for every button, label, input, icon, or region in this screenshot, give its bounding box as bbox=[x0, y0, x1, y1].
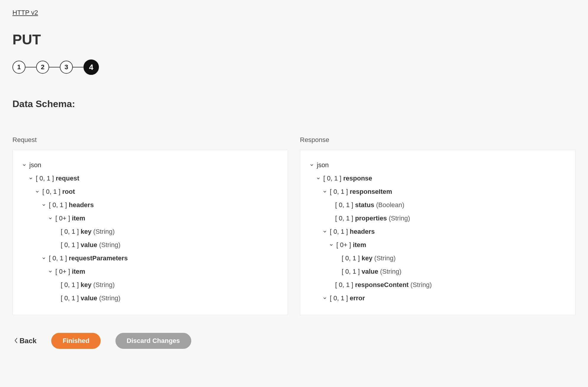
response-label: Response bbox=[300, 136, 576, 144]
tree-row[interactable]: json bbox=[309, 158, 566, 172]
tree-label: [ 0, 1 ] key (String) bbox=[61, 280, 115, 290]
chevron-down-icon[interactable] bbox=[322, 230, 327, 234]
response-schema-card: json[ 0, 1 ] response[ 0, 1 ] responseIt… bbox=[300, 150, 576, 315]
tree-label: [ 0+ ] item bbox=[55, 267, 85, 276]
tree-label: [ 0, 1 ] key (String) bbox=[61, 227, 115, 236]
step-connector bbox=[73, 67, 83, 67]
tree-row[interactable]: [ 0, 1 ] root bbox=[22, 185, 279, 198]
tree-row: [ 0, 1 ] status (Boolean) bbox=[309, 198, 566, 212]
step-1[interactable]: 1 bbox=[12, 61, 25, 74]
step-connector bbox=[49, 67, 60, 67]
tree-row: [ 0, 1 ] key (String) bbox=[22, 278, 279, 291]
tree-row[interactable]: [ 0+ ] item bbox=[22, 265, 279, 278]
tree-row[interactable]: [ 0, 1 ] headers bbox=[22, 198, 279, 212]
page-title: PUT bbox=[12, 31, 576, 48]
tree-label: [ 0, 1 ] value (String) bbox=[61, 240, 121, 250]
tree-row: [ 0, 1 ] properties (String) bbox=[309, 212, 566, 225]
section-title: Data Schema: bbox=[12, 99, 576, 109]
tree-label: [ 0, 1 ] headers bbox=[49, 200, 94, 210]
breadcrumb: HTTP v2 bbox=[12, 9, 576, 17]
step-4[interactable]: 4 bbox=[83, 59, 99, 75]
step-connector bbox=[25, 67, 36, 67]
step-2[interactable]: 2 bbox=[36, 61, 49, 74]
request-label: Request bbox=[12, 136, 288, 144]
chevron-down-icon[interactable] bbox=[48, 216, 53, 220]
tree-row: [ 0, 1 ] responseContent (String) bbox=[309, 278, 566, 291]
tree-row[interactable]: json bbox=[22, 158, 279, 172]
tree-row[interactable]: [ 0, 1 ] headers bbox=[309, 225, 566, 238]
back-button[interactable]: Back bbox=[14, 337, 36, 345]
tree-row[interactable]: [ 0+ ] item bbox=[22, 212, 279, 225]
tree-label: [ 0, 1 ] key (String) bbox=[342, 253, 396, 263]
tree-label: [ 0+ ] item bbox=[336, 240, 366, 250]
tree-label: [ 0, 1 ] requestParameters bbox=[49, 253, 128, 263]
tree-label: [ 0, 1 ] headers bbox=[330, 227, 375, 236]
tree-label: [ 0, 1 ] response bbox=[323, 173, 372, 183]
chevron-down-icon[interactable] bbox=[35, 190, 40, 194]
stepper: 1234 bbox=[12, 59, 576, 75]
chevron-down-icon[interactable] bbox=[22, 163, 27, 167]
tree-row[interactable]: [ 0, 1 ] request bbox=[22, 172, 279, 185]
tree-label: json bbox=[29, 160, 41, 170]
step-3[interactable]: 3 bbox=[60, 61, 73, 74]
tree-row: [ 0, 1 ] key (String) bbox=[309, 251, 566, 265]
tree-label: [ 0, 1 ] value (String) bbox=[342, 267, 401, 276]
chevron-down-icon[interactable] bbox=[322, 296, 327, 300]
chevron-down-icon[interactable] bbox=[329, 243, 334, 247]
tree-label: [ 0, 1 ] root bbox=[42, 187, 75, 196]
chevron-down-icon[interactable] bbox=[48, 270, 53, 274]
back-label: Back bbox=[20, 337, 36, 345]
tree-row[interactable]: [ 0, 1 ] error bbox=[309, 291, 566, 305]
chevron-down-icon[interactable] bbox=[322, 190, 327, 194]
tree-row: [ 0, 1 ] key (String) bbox=[22, 225, 279, 238]
tree-row: [ 0, 1 ] value (String) bbox=[309, 265, 566, 278]
tree-label: [ 0, 1 ] error bbox=[330, 293, 365, 303]
tree-label: [ 0, 1 ] value (String) bbox=[61, 293, 121, 303]
discard-changes-button[interactable]: Discard Changes bbox=[115, 333, 191, 349]
chevron-down-icon[interactable] bbox=[41, 203, 46, 207]
chevron-down-icon[interactable] bbox=[309, 163, 314, 167]
tree-label: [ 0, 1 ] responseItem bbox=[330, 187, 392, 196]
chevron-down-icon[interactable] bbox=[28, 176, 33, 180]
tree-label: [ 0, 1 ] responseContent (String) bbox=[335, 280, 432, 290]
tree-row: [ 0, 1 ] value (String) bbox=[22, 291, 279, 305]
chevron-down-icon[interactable] bbox=[316, 176, 321, 180]
tree-label: json bbox=[317, 160, 329, 170]
chevron-left-icon bbox=[14, 337, 18, 345]
tree-row[interactable]: [ 0, 1 ] response bbox=[309, 172, 566, 185]
tree-row[interactable]: [ 0, 1 ] requestParameters bbox=[22, 251, 279, 265]
tree-row[interactable]: [ 0+ ] item bbox=[309, 238, 566, 251]
tree-label: [ 0, 1 ] request bbox=[36, 173, 79, 183]
tree-row: [ 0, 1 ] value (String) bbox=[22, 238, 279, 251]
chevron-down-icon[interactable] bbox=[41, 256, 46, 260]
tree-label: [ 0+ ] item bbox=[55, 213, 85, 223]
breadcrumb-link[interactable]: HTTP v2 bbox=[12, 9, 38, 16]
tree-row[interactable]: [ 0, 1 ] responseItem bbox=[309, 185, 566, 198]
finished-button[interactable]: Finished bbox=[51, 333, 100, 349]
request-schema-card: json[ 0, 1 ] request[ 0, 1 ] root[ 0, 1 … bbox=[12, 150, 288, 315]
tree-label: [ 0, 1 ] properties (String) bbox=[335, 213, 410, 223]
tree-label: [ 0, 1 ] status (Boolean) bbox=[335, 200, 404, 210]
